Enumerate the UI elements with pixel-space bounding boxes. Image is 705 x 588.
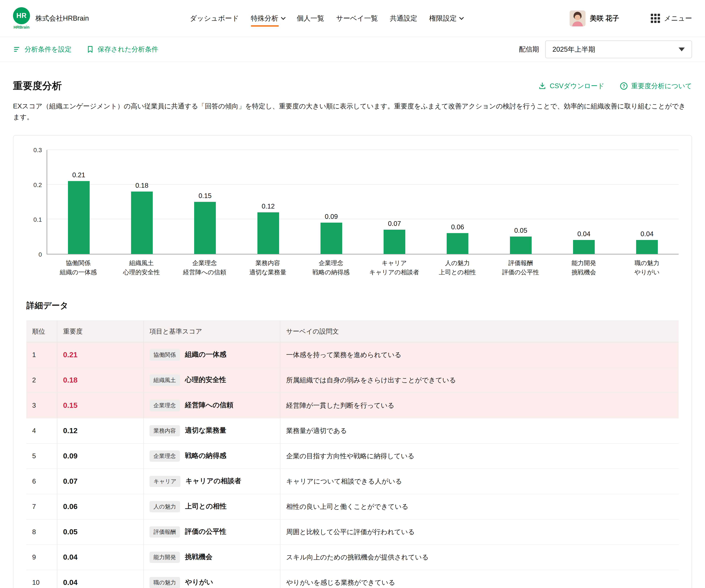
detail-table: 順位重要度項目と基準スコアサーベイの設問文 10.21協働関係組織の一体感一体感… [27, 321, 678, 588]
category-badge: 組織風土 [149, 375, 180, 386]
importance-cell: 0.07 [57, 469, 144, 494]
title-row: 重要度分析 CSVダウンロード ? 重要度分析について [13, 79, 692, 93]
main-content: 重要度分析 CSVダウンロード ? 重要度分析について EXスコア（組織エンゲー… [0, 62, 705, 588]
nav-item-dashboard[interactable]: ダッシュボード [190, 14, 239, 23]
bar-x-label: 協働関係組織の一体感 [47, 258, 110, 277]
nav-item-special-analysis[interactable]: 特殊分析 [251, 14, 285, 23]
bar [321, 223, 342, 254]
y-tick-label: 0.3 [34, 146, 42, 153]
hrbrain-logo-mark: HR [13, 7, 30, 24]
bar-column: 0.09 [300, 150, 363, 254]
table-row: 70.06人の魅力上司との相性相性の良い上司と働くことができている [27, 494, 678, 519]
item-name: 上司との相性 [185, 502, 227, 510]
category-badge: 人の魅力 [149, 501, 180, 512]
nav-item-common-settings[interactable]: 共通設定 [390, 14, 417, 23]
rank-cell: 8 [27, 519, 57, 545]
csv-download-link[interactable]: CSVダウンロード [538, 82, 604, 91]
category-badge: 業務内容 [149, 425, 180, 436]
grid-menu-icon [651, 14, 660, 23]
table-row: 50.09企業理念戦略の納得感企業の目指す方向性や戦略に納得している [27, 443, 678, 469]
importance-bar-chart: 00.10.20.3 0.210.180.150.120.090.070.060… [27, 150, 678, 277]
page-description: EXスコア（組織エンゲージメント）の高い従業員に共通する「回答の傾向」を特定し、… [13, 101, 692, 122]
bar-x-label: 能力開発挑戦機会 [552, 258, 615, 277]
y-tick-label: 0 [39, 251, 42, 258]
bar [131, 192, 153, 254]
category-badge: キャリア [149, 476, 180, 487]
nav-item-label: ダッシュボード [190, 14, 239, 23]
item-name: 評価の公平性 [185, 528, 226, 535]
bar-value-label: 0.06 [451, 223, 464, 231]
period-select-value: 2025年上半期 [553, 45, 595, 54]
bar-column: 0.04 [552, 150, 615, 254]
user-block: 美咲 花子 メニュー [570, 10, 692, 27]
bookmark-icon [86, 45, 94, 53]
nav-item-individual-list[interactable]: 個人一覧 [297, 14, 324, 23]
nav-item-label: サーベイ一覧 [336, 14, 378, 23]
question-cell: 相性の良い上司と働くことができている [280, 494, 678, 519]
table-header-row: 順位重要度項目と基準スコアサーベイの設問文 [27, 321, 678, 342]
item-name: 経営陣への信頼 [185, 401, 233, 409]
nav-item-survey-list[interactable]: サーベイ一覧 [336, 14, 378, 23]
item-cell: 協働関係組織の一体感 [144, 342, 280, 368]
app-header: HR HRBrain 株式会社HRBrain ダッシュボード特殊分析個人一覧サー… [0, 0, 705, 37]
y-tick-label: 0.2 [34, 181, 42, 188]
question-cell: 業務量が適切である [280, 418, 678, 443]
table-row: 10.21協働関係組織の一体感一体感を持って業務を進められている [27, 342, 678, 368]
company-name: 株式会社HRBrain [36, 14, 89, 23]
item-cell: キャリアキャリアの相談者 [144, 469, 280, 494]
nav-item-label: 特殊分析 [251, 14, 278, 23]
category-badge: 協働関係 [149, 349, 180, 360]
question-icon: ? [620, 82, 628, 90]
toolbar: 分析条件を設定 保存された分析条件 配信期 2025年上半期 [0, 37, 705, 62]
category-badge: 評価報酬 [149, 526, 180, 538]
item-name: 戦略の納得感 [185, 452, 226, 459]
item-cell: 職の魅力やりがい [144, 570, 280, 588]
bar-column: 0.05 [489, 150, 552, 254]
bar-x-label: 組織風土心理的安全性 [110, 258, 173, 277]
bar-value-label: 0.05 [514, 227, 527, 234]
about-importance-link[interactable]: ? 重要度分析について [620, 82, 692, 91]
csv-download-label: CSVダウンロード [550, 82, 604, 91]
question-cell: スキル向上のための挑戦機会が提供されている [280, 545, 678, 570]
importance-cell: 0.09 [57, 443, 144, 469]
hrbrain-logo[interactable]: HR HRBrain [13, 7, 30, 30]
hrbrain-logo-initials: HR [16, 12, 27, 19]
bar-column: 0.12 [237, 150, 300, 254]
apps-menu-button[interactable]: メニュー [651, 14, 692, 23]
about-importance-label: 重要度分析について [631, 82, 692, 91]
nav-item-label: 共通設定 [390, 14, 417, 23]
nav-item-permission-settings[interactable]: 権限設定 [429, 14, 463, 23]
bar [573, 240, 595, 254]
saved-analysis-conditions-link[interactable]: 保存された分析条件 [86, 45, 158, 54]
bar-column: 0.06 [426, 150, 489, 254]
importance-cell: 0.18 [57, 368, 144, 393]
rank-cell: 5 [27, 443, 57, 469]
set-analysis-conditions-label: 分析条件を設定 [25, 45, 72, 54]
set-analysis-conditions-link[interactable]: 分析条件を設定 [13, 45, 72, 54]
chevron-down-icon [281, 15, 285, 20]
bar [447, 233, 468, 254]
bar-column: 0.07 [363, 150, 426, 254]
importance-cell: 0.21 [57, 342, 144, 368]
table-row: 40.12業務内容適切な業務量業務量が適切である [27, 418, 678, 443]
bar-value-label: 0.12 [262, 203, 275, 210]
importance-cell: 0.06 [57, 494, 144, 519]
item-name: 挑戦機会 [185, 553, 213, 560]
item-name: キャリアの相談者 [185, 477, 241, 485]
item-name: 適切な業務量 [185, 427, 226, 434]
chevron-down-icon [459, 15, 464, 20]
item-cell: 組織風土心理的安全性 [144, 368, 280, 393]
table-row: 90.04能力開発挑戦機会スキル向上のための挑戦機会が提供されている [27, 545, 678, 570]
item-cell: 評価報酬評価の公平性 [144, 519, 280, 545]
bar-x-label: 職の魅力やりがい [615, 258, 678, 277]
user-menu-button[interactable]: 美咲 花子 [570, 10, 619, 27]
bar-x-label: 企業理念経営陣への信頼 [173, 258, 236, 277]
chart-plot: 0.210.180.150.120.090.070.060.050.040.04 [47, 150, 678, 254]
bar-x-label: キャリアキャリアの相談者 [363, 258, 426, 277]
table-row: 30.15企業理念経営陣への信頼経営陣が一貫した判断を行っている [27, 393, 678, 418]
bar-value-label: 0.21 [72, 171, 85, 179]
bar-column: 0.18 [110, 150, 173, 254]
item-cell: 人の魅力上司との相性 [144, 494, 280, 519]
bar [384, 230, 405, 254]
period-select[interactable]: 2025年上半期 [545, 41, 692, 58]
